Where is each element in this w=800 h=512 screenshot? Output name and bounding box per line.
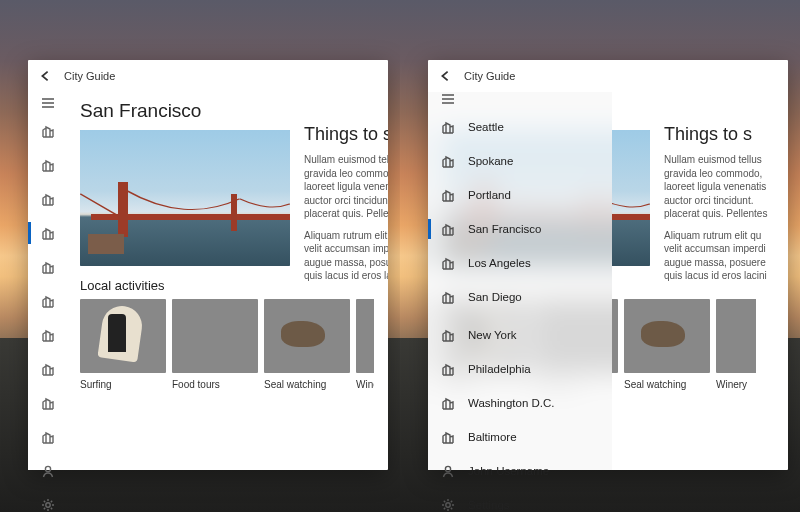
activity-thumb [80,299,166,373]
nav-item-new-york[interactable]: New York [428,318,612,352]
article-heading: Things to s [664,124,788,145]
article-heading: Things to s [304,124,388,145]
page-content: San Francisco Things to s Nullam euismod… [68,92,388,470]
nav-item-seattle[interactable]: Seattle [428,110,612,144]
nav-item-portland[interactable]: Portland [428,178,612,212]
activity-thumb [356,299,374,373]
activity-tiles: SurfingFood toursSeal watchingWinery [80,299,374,390]
nav-item-san-francisco[interactable] [28,216,68,250]
activity-tile-surfing[interactable]: Surfing [80,299,166,390]
app-window-expanded: City Guide San Francisco [428,60,788,470]
nav-item-label: Baltimore [468,431,517,443]
activity-label: Seal watching [264,379,350,390]
city-icon [428,362,468,376]
activity-label: Seal watching [624,379,710,390]
nav-item-portland[interactable] [28,182,68,216]
nav-item-label: Los Angeles [468,257,531,269]
activity-tile-winery[interactable]: Winery [716,299,756,390]
nav-item-washington-d-c-[interactable]: Washington D.C. [428,386,612,420]
city-icon [428,328,468,342]
city-icon [428,290,468,304]
activity-label: Winery [716,379,756,390]
activity-thumb [264,299,350,373]
nav-item-new-york[interactable] [28,318,68,352]
gear-icon [428,498,468,512]
nav-item-baltimore[interactable] [28,420,68,454]
article: Things to s Nullam euismod tellusgravida… [304,124,388,291]
nav-item-label: Philadelphia [468,363,531,375]
nav-item-san-diego[interactable] [28,284,68,318]
city-icon [428,120,468,134]
nav-item-label: San Francisco [468,223,542,235]
hamburger-button[interactable] [28,96,68,110]
city-icon [428,188,468,202]
nav-item-label: Settings [468,499,510,511]
activity-tile-seal-watching[interactable]: Seal watching [624,299,710,390]
activity-label: Food tours [172,379,258,390]
nav-item-spokane[interactable]: Spokane [428,144,612,178]
nav-item-baltimore[interactable]: Baltimore [428,420,612,454]
back-button[interactable] [436,67,454,85]
hero-image [80,130,290,266]
activity-tile-winery[interactable]: Winery [356,299,374,390]
nav-item-los-angeles[interactable]: Los Angeles [428,246,612,280]
nav-item-label: Washington D.C. [468,397,555,409]
city-icon [428,222,468,236]
nav-item-washington-d-c-[interactable] [28,386,68,420]
nav-user-button[interactable] [28,454,68,488]
user-icon [428,464,468,478]
activity-tile-food-tours[interactable]: Food tours [172,299,258,390]
back-button[interactable] [36,67,54,85]
article: Things to s Nullam euismod tellusgravida… [664,124,788,291]
nav-item-seattle[interactable] [28,114,68,148]
nav-item-label: San Diego [468,291,522,303]
activity-thumb [624,299,710,373]
title-bar: City Guide [28,60,388,92]
nav-item-los-angeles[interactable] [28,250,68,284]
nav-gear-button[interactable]: Settings [428,488,612,512]
app-title: City Guide [64,70,115,82]
app-title: City Guide [464,70,515,82]
title-bar: City Guide [428,60,788,92]
nav-user-button[interactable]: John Username [428,454,612,488]
city-icon [428,430,468,444]
nav-item-label: Seattle [468,121,504,133]
nav-item-san-francisco[interactable]: San Francisco [428,212,612,246]
nav-item-philadelphia[interactable]: Philadelphia [428,352,612,386]
hamburger-button[interactable] [428,92,481,106]
app-window-collapsed: City Guide San Francisco [28,60,388,470]
nav-settings-button[interactable] [28,488,68,512]
nav-flyout: SeattleSpokanePortlandSan FranciscoLos A… [428,92,612,470]
nav-item-label: Spokane [468,155,513,167]
city-icon [428,154,468,168]
city-icon [428,396,468,410]
city-icon [428,256,468,270]
nav-item-philadelphia[interactable] [28,352,68,386]
nav-item-label: New York [468,329,517,341]
nav-item-label: Portland [468,189,511,201]
nav-item-label: John Username [468,465,549,477]
nav-item-spokane[interactable] [28,148,68,182]
page-title: San Francisco [80,100,374,122]
activity-thumb [172,299,258,373]
activity-thumb [716,299,756,373]
activity-label: Surfing [80,379,166,390]
nav-rail-collapsed [28,92,68,470]
activity-tile-seal-watching[interactable]: Seal watching [264,299,350,390]
nav-item-san-diego[interactable]: San Diego [428,280,612,314]
activity-label: Winery [356,379,374,390]
